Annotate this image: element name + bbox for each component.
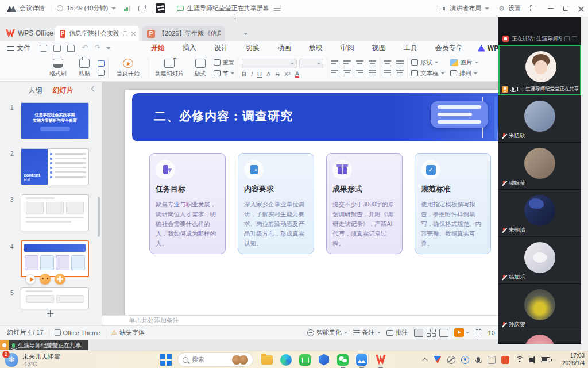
settings-button[interactable]: ⚙ 设置	[498, 4, 521, 13]
tab-outline[interactable]: 大纲	[29, 86, 42, 95]
print-icon[interactable]	[67, 45, 75, 52]
participant-tile-partial[interactable]	[498, 331, 581, 344]
save-icon[interactable]	[40, 45, 47, 52]
new-slide-button[interactable]: 新建幻灯片	[152, 55, 187, 81]
italic-button[interactable]: I	[251, 71, 253, 78]
menu-file[interactable]: 文件	[17, 43, 30, 53]
wps-app-icon[interactable]	[374, 353, 388, 367]
bold-button[interactable]: B	[242, 71, 246, 78]
line-spacing-icon[interactable]	[384, 60, 391, 66]
more-icon[interactable]	[572, 36, 577, 41]
taskbar-clock[interactable]: 17:03 2026/1/4	[562, 352, 585, 367]
chevron-down-icon[interactable]	[106, 47, 111, 49]
gallery-view-icon[interactable]	[564, 36, 570, 41]
play-from-current-button[interactable]: 当页开始	[112, 55, 144, 81]
strikethrough-button[interactable]: S	[275, 71, 279, 78]
missing-font-label[interactable]: 缺失字体	[119, 328, 145, 337]
reaction-emoji-icon[interactable]	[40, 274, 51, 285]
explorer-app-icon[interactable]	[260, 353, 274, 367]
menu-member[interactable]: 会员专享	[434, 41, 464, 55]
sidebar-scroll-strip[interactable]	[581, 17, 588, 351]
reset-button[interactable]: 重置	[214, 59, 234, 67]
slideshow-button[interactable]	[454, 328, 469, 337]
superscript-button[interactable]: X²	[284, 71, 291, 78]
share-toast[interactable]: 生涯导师纪莹莹正在共享	[0, 340, 88, 350]
network-quality[interactable]	[124, 5, 130, 12]
output-icon[interactable]	[53, 45, 61, 52]
close-button[interactable]	[573, 0, 588, 17]
scrollbar-thumb[interactable]	[494, 97, 497, 139]
battery-icon[interactable]	[541, 357, 550, 362]
menu-tools[interactable]: 工具	[403, 41, 419, 55]
align-left-icon[interactable]	[331, 70, 338, 75]
font-family-select[interactable]	[242, 59, 297, 68]
align-right-icon[interactable]	[356, 70, 363, 75]
hexagon-app-icon[interactable]	[317, 353, 331, 367]
document-tab[interactable]: P 【2026】学生版《信息学院（含艺术	[142, 26, 225, 41]
taskbar-search[interactable]: 搜索	[177, 352, 253, 367]
document-tab-active[interactable]: P 信息学院社会实践学期实施方	[55, 26, 139, 41]
fit-screen-icon[interactable]	[475, 329, 482, 336]
sync-icon[interactable]	[461, 356, 469, 364]
layout-switch-button[interactable]: 演讲者布局	[439, 4, 489, 13]
slide-thumbnail-5[interactable]	[21, 288, 89, 309]
section-button[interactable]: 节	[214, 70, 234, 78]
format-painter-button[interactable]: 格式刷	[45, 55, 71, 81]
mic-tray-icon[interactable]	[477, 357, 480, 362]
textbox-button[interactable]: 文本框	[411, 70, 444, 78]
slide-thumbnail-2[interactable]: content 目录	[21, 148, 89, 185]
menu-design[interactable]: 设计	[213, 41, 229, 55]
wifi-icon[interactable]	[515, 356, 524, 363]
beautify-button[interactable]: 智能美化	[307, 328, 347, 337]
font-size-select[interactable]	[299, 59, 323, 68]
participant-tile[interactable]: 米恬欣	[498, 95, 581, 143]
wechat-app-icon[interactable]	[336, 353, 350, 367]
tray-expand-icon[interactable]	[422, 358, 428, 363]
appstore-app-icon[interactable]	[298, 353, 312, 367]
participant-tile[interactable]: 朱朝清	[498, 190, 581, 237]
char-spacing-button[interactable]: A	[266, 71, 270, 78]
shapes-button[interactable]: 形状	[411, 59, 444, 67]
meeting-timer[interactable]: 15:49 (40分钟)	[57, 4, 116, 13]
indent-icon[interactable]	[369, 60, 376, 66]
menu-transition[interactable]: 切换	[245, 41, 261, 55]
text-direction-icon[interactable]	[396, 60, 404, 66]
eye-off-icon[interactable]	[447, 356, 455, 364]
slide-thumbnail-4-selected[interactable]	[21, 240, 89, 277]
redo-icon[interactable]	[94, 45, 100, 52]
arrange-button[interactable]: 排列	[450, 70, 478, 78]
menu-animation[interactable]: 动画	[276, 41, 292, 55]
menu-insert[interactable]: 插入	[181, 41, 198, 55]
red-app-tray-icon[interactable]	[501, 356, 509, 364]
menu-view[interactable]: 视图	[371, 41, 387, 55]
sorter-view-icon[interactable]	[427, 329, 436, 337]
zoom-level[interactable]: 10	[488, 329, 495, 336]
justify-icon[interactable]	[369, 70, 376, 75]
weather-widget[interactable]: ❄2 未来几天降雪 -13°C	[5, 352, 60, 367]
columns-icon[interactable]	[384, 70, 391, 75]
numbered-list-icon[interactable]	[343, 60, 351, 66]
popout-button[interactable]	[138, 6, 145, 12]
outdent-icon[interactable]	[356, 60, 363, 66]
meeting-details-button[interactable]: 会议详情	[20, 4, 45, 13]
menu-home[interactable]: 开始	[150, 41, 166, 55]
normal-view-icon[interactable]	[414, 329, 423, 337]
align-center-icon[interactable]	[343, 70, 351, 75]
font-color-button[interactable]: A	[295, 71, 299, 78]
tab-slides[interactable]: 幻灯片	[53, 86, 74, 95]
cut-button[interactable]	[98, 60, 105, 67]
participant-tile[interactable]: 穆婉莹	[498, 143, 581, 190]
notes-button[interactable]: 备注	[353, 328, 381, 337]
participant-tile[interactable]: 孙庆贺	[498, 284, 581, 331]
theme-label[interactable]: Office Theme	[63, 329, 101, 336]
add-reaction-icon[interactable]	[55, 274, 65, 285]
collapse-panel-icon[interactable]	[91, 86, 97, 92]
device-tray-icon[interactable]	[488, 356, 496, 364]
slide-thumbnail-3[interactable]	[21, 194, 89, 231]
volume-icon[interactable]	[529, 358, 533, 362]
menu-slideshow[interactable]: 放映	[308, 41, 324, 55]
close-tab-icon[interactable]	[131, 32, 134, 36]
presenter-tile[interactable]: 生涯导师纪莹莹正在共享	[498, 45, 581, 95]
share-menu-icon[interactable]	[274, 6, 281, 11]
copy-button[interactable]	[98, 70, 105, 76]
